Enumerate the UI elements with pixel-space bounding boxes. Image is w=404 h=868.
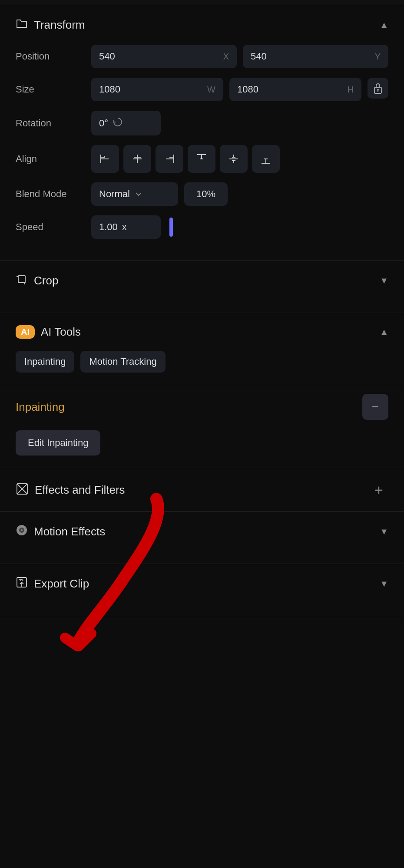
motion-tracking-tag[interactable]: Motion Tracking — [80, 351, 165, 373]
effects-panel: Effects and Filters + — [0, 468, 404, 512]
crop-header: Crop — [16, 273, 388, 288]
align-left-btn[interactable] — [91, 145, 119, 173]
crop-icon — [16, 273, 28, 288]
transform-panel: Transform Position 540 X 540 Y Size 1080… — [0, 5, 404, 261]
speed-label: Speed — [16, 221, 85, 233]
size-label: Size — [16, 84, 85, 95]
ai-tools-panel: AI AI Tools Inpainting Motion Tracking — [0, 313, 404, 385]
svg-point-33 — [21, 529, 23, 531]
ai-tool-tags: Inpainting Motion Tracking — [16, 351, 388, 373]
speed-bar — [169, 218, 173, 237]
inpainting-subpanel: Inpainting − Edit Inpainting — [0, 385, 404, 468]
crop-title: Crop — [16, 273, 58, 288]
align-buttons — [91, 145, 280, 173]
transform-header: Transform — [16, 17, 388, 33]
effects-title: Effects and Filters — [35, 483, 125, 497]
inpainting-remove-btn[interactable]: − — [362, 394, 388, 420]
size-inputs: 1080 W 1080 H — [91, 78, 388, 101]
speed-row: Speed 1.00 x — [16, 215, 388, 239]
ai-tools-header: AI AI Tools — [16, 325, 388, 339]
svg-line-5 — [104, 156, 105, 157]
inpainting-title: Inpainting — [16, 400, 65, 414]
export-icon — [16, 576, 28, 591]
transform-label: Transform — [34, 18, 85, 32]
svg-marker-37 — [70, 634, 90, 648]
size-w-field[interactable]: 1080 W — [91, 78, 223, 101]
motion-icon — [16, 524, 28, 539]
blend-mode-label: Blend Mode — [16, 188, 85, 200]
align-top-btn[interactable] — [188, 145, 215, 173]
ai-tools-title: AI AI Tools — [16, 325, 81, 339]
transform-title: Transform — [16, 17, 85, 33]
inpainting-subheader: Inpainting − — [16, 394, 388, 420]
transform-icon — [16, 17, 28, 33]
motion-collapse-btn[interactable] — [380, 527, 388, 537]
edit-inpainting-btn[interactable]: Edit Inpainting — [16, 430, 100, 455]
export-header: Export Clip — [16, 576, 388, 591]
align-bottom-btn[interactable] — [252, 145, 280, 173]
rotation-label: Rotation — [16, 118, 85, 129]
position-label: Position — [16, 51, 85, 62]
size-row: Size 1080 W 1080 H — [16, 78, 388, 101]
export-panel: Export Clip — [0, 564, 404, 616]
blend-mode-chevron-icon — [134, 190, 143, 198]
rotation-field[interactable]: 0° — [91, 111, 161, 135]
transform-collapse-btn[interactable] — [380, 20, 388, 30]
position-x-field[interactable]: 540 X — [91, 45, 237, 68]
add-effect-btn[interactable]: + — [369, 480, 388, 499]
speed-field[interactable]: 1.00 x — [91, 215, 161, 239]
svg-rect-25 — [18, 276, 25, 283]
position-row: Position 540 X 540 Y — [16, 45, 388, 68]
opacity-field[interactable]: 10% — [184, 182, 228, 206]
rotation-icon — [113, 117, 123, 129]
blend-mode-select[interactable]: Normal — [91, 182, 178, 206]
rotation-row: Rotation 0° — [16, 111, 388, 135]
crop-collapse-btn[interactable] — [380, 276, 388, 286]
svg-point-1 — [377, 89, 379, 91]
align-center-h-btn[interactable] — [123, 145, 151, 173]
crop-panel: Crop — [0, 261, 404, 313]
inpainting-tag[interactable]: Inpainting — [16, 351, 74, 373]
ai-badge: AI — [16, 325, 35, 339]
blend-mode-row: Blend Mode Normal 10% — [16, 182, 388, 206]
align-label: Align — [16, 153, 85, 165]
motion-header: Motion Effects — [16, 524, 388, 539]
lock-aspect-btn[interactable] — [368, 78, 388, 99]
align-center-v-btn[interactable] — [220, 145, 248, 173]
export-title-wrap: Export Clip — [16, 576, 89, 591]
position-inputs: 540 X 540 Y — [91, 45, 388, 68]
motion-panel: Motion Effects — [0, 512, 404, 564]
top-bar — [0, 0, 404, 5]
effects-icon — [16, 482, 29, 497]
align-row: Align — [16, 145, 388, 173]
position-y-field[interactable]: 540 Y — [243, 45, 388, 68]
motion-title-wrap: Motion Effects — [16, 524, 105, 539]
align-right-btn[interactable] — [156, 145, 183, 173]
effects-header: Effects and Filters + — [16, 480, 388, 499]
export-collapse-btn[interactable] — [380, 579, 388, 589]
ai-tools-collapse-btn[interactable] — [380, 327, 388, 337]
size-h-field[interactable]: 1080 H — [229, 78, 361, 101]
effects-title-wrap: Effects and Filters — [16, 482, 125, 497]
